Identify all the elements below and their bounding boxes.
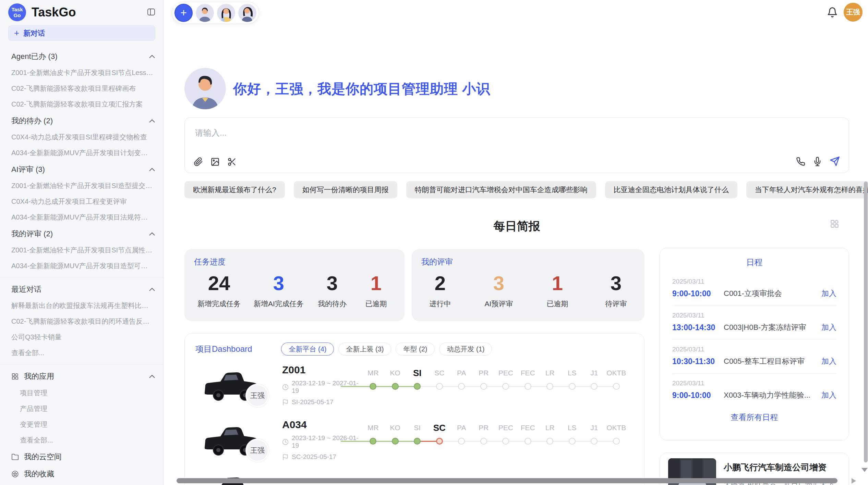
notifications-bell-icon[interactable] bbox=[827, 7, 838, 18]
milestone-dot bbox=[458, 383, 465, 390]
app-item-change-mgmt[interactable]: 变更管理 bbox=[20, 420, 158, 429]
conversation-item[interactable]: C0X4-动力总成开发项目SI里程碑提交物检查 bbox=[11, 133, 158, 142]
milestone-dot bbox=[502, 383, 509, 390]
join-link[interactable]: 加入 bbox=[821, 356, 836, 366]
project-row-z001[interactable]: 王强 Z001 2023-12-19 ~ 2027-01-19 SI-2025-… bbox=[203, 358, 636, 412]
conversation-item[interactable]: Z001-全新燃油皮卡产品开发项目SI节点Lesson Learn报告 bbox=[11, 68, 158, 77]
app-item-product-mgmt[interactable]: 产品管理 bbox=[20, 404, 158, 413]
stat-label: 待评审 bbox=[601, 299, 631, 309]
event-name: C005-整车工程目标评审 bbox=[724, 356, 821, 366]
section-agent-done[interactable]: Agent已办 (3) bbox=[11, 51, 158, 62]
project-code: A034 bbox=[282, 419, 359, 431]
user-avatar[interactable]: 王强 bbox=[844, 3, 863, 22]
project-code: Z001 bbox=[282, 364, 359, 376]
tab-powertrain[interactable]: 动总开发 (1) bbox=[439, 343, 492, 356]
section-recent-chats[interactable]: 最近对话 bbox=[11, 284, 158, 295]
microphone-icon[interactable] bbox=[813, 157, 822, 166]
sidebar: Task Go TaskGo + 新对话 Agent已办 (3) Z001-全新… bbox=[0, 0, 164, 485]
conversation-item[interactable]: C0X4-动力总成开发项目工程变更评审 bbox=[11, 197, 158, 206]
briefing-layout-icon[interactable] bbox=[830, 219, 839, 228]
message-input[interactable] bbox=[195, 127, 839, 139]
project-row-a034[interactable]: 王强 A034 2023-12-19 ~ 2026-01-19 SC-2025-… bbox=[203, 412, 636, 467]
horizontal-scrollbar[interactable] bbox=[177, 478, 837, 483]
conversation-item[interactable]: C02-飞腾新能源轻客改款项目立项汇报方案 bbox=[11, 100, 158, 109]
chevron-up-icon bbox=[149, 55, 155, 58]
scroll-down-arrow-icon[interactable] bbox=[861, 468, 868, 472]
scissors-icon[interactable] bbox=[227, 157, 237, 166]
sidebar-item-cloud-space[interactable]: 我的云空间 bbox=[11, 452, 158, 462]
vertical-scrollbar[interactable] bbox=[864, 182, 868, 462]
image-icon[interactable] bbox=[210, 157, 220, 166]
conversation-item[interactable]: A034-全新新能源MUV产品开发项目计划变更表编写 bbox=[11, 148, 158, 158]
view-all-apps-link[interactable]: 查看全部... bbox=[20, 436, 158, 445]
suggestion-chip[interactable]: 欧洲新规最近颁布了什么? bbox=[184, 181, 285, 198]
view-all-chats-link[interactable]: 查看全部... bbox=[11, 348, 158, 358]
chevron-up-icon bbox=[149, 288, 155, 291]
quick-contacts-bar: + bbox=[172, 2, 259, 24]
tab-model-year[interactable]: 年型 (2) bbox=[396, 343, 435, 356]
milestone-track: MR KO SI SC PA PR PEC FEC LR LS J1 OKTB bbox=[362, 419, 636, 460]
section-my-todo[interactable]: 我的待办 (2) bbox=[11, 116, 158, 126]
scroll-right-arrow-icon[interactable] bbox=[852, 478, 856, 484]
milestone-dot bbox=[525, 383, 531, 390]
section-title: AI评审 (3) bbox=[11, 164, 45, 175]
join-link[interactable]: 加入 bbox=[821, 288, 836, 299]
milestone-dot bbox=[613, 383, 620, 390]
chevron-up-icon bbox=[149, 375, 155, 378]
view-all-schedule-link[interactable]: 查看所有日程 bbox=[660, 412, 849, 423]
project-dashboard-card: 项目Dashboard 全新平台 (4) 全新上装 (3) 年型 (2) 动总开… bbox=[184, 333, 644, 485]
milestone-dot bbox=[591, 438, 598, 445]
section-title: 我的待办 (2) bbox=[11, 116, 53, 126]
suggestion-chip[interactable]: 如何写一份清晰的项目周报 bbox=[294, 181, 397, 198]
stat-value: 3 bbox=[317, 272, 348, 294]
conversation-item[interactable]: C02-飞腾新能源轻客改款项目里程碑画布 bbox=[11, 84, 158, 93]
divider bbox=[0, 364, 163, 364]
conversation-item[interactable]: 解释最新出台的欧盟报废车法规再生塑料比例被调至15%... bbox=[11, 301, 158, 310]
project-dates: 2023-12-19 ~ 2026-01-19 bbox=[292, 434, 359, 449]
conversation-item[interactable]: A034-全新新能源MUV产品开发项目法规符合性评审 bbox=[11, 213, 158, 222]
contact-avatar[interactable] bbox=[196, 4, 214, 22]
add-contact-button[interactable]: + bbox=[174, 4, 193, 22]
assistant-avatar bbox=[184, 68, 226, 109]
contact-avatar[interactable] bbox=[217, 4, 235, 22]
suggestion-chip[interactable]: 特朗普可能对进口汽车增税会对中国车企造成哪些影响 bbox=[406, 181, 596, 198]
sidebar-collapse-icon[interactable] bbox=[147, 8, 156, 16]
stat-ai-prereview: 3 AI预评审 bbox=[483, 272, 514, 309]
new-chat-label: 新对话 bbox=[23, 28, 45, 38]
stat-value: 3 bbox=[254, 272, 304, 294]
event-name: C001-立项审批会 bbox=[724, 288, 821, 299]
suggestion-chip[interactable]: 比亚迪全固态电池计划具体说了什么 bbox=[605, 181, 737, 198]
stat-overdue: 1 已逾期 bbox=[361, 272, 391, 309]
conversation-item[interactable]: 公司Q3轻卡销量 bbox=[11, 333, 158, 342]
stat-value: 2 bbox=[425, 272, 456, 294]
stat-label: 已逾期 bbox=[542, 299, 573, 309]
star-badge-icon bbox=[11, 470, 19, 478]
join-link[interactable]: 加入 bbox=[821, 390, 836, 400]
tab-new-platform[interactable]: 全新平台 (4) bbox=[281, 343, 334, 356]
section-my-review[interactable]: 我的评审 (2) bbox=[11, 229, 158, 239]
send-icon[interactable] bbox=[830, 156, 840, 166]
schedule-event: 2025/03/11 9:00-10:00 X003-车辆动力学性能验... 加… bbox=[672, 374, 836, 407]
milestone-dot bbox=[502, 438, 509, 445]
tab-new-body[interactable]: 全新上装 (3) bbox=[338, 343, 391, 356]
schedule-event: 2025/03/11 13:00-14:30 C003|H0B-方案冻结评审 加… bbox=[672, 306, 836, 340]
attachment-icon[interactable] bbox=[194, 157, 203, 166]
schedule-list: 2025/03/11 9:00-10:00 C001-立项审批会 加入 2025… bbox=[672, 272, 836, 407]
project-dates: 2023-12-19 ~ 2027-01-19 bbox=[292, 380, 359, 395]
join-link[interactable]: 加入 bbox=[821, 322, 836, 333]
logo-line2: Go bbox=[14, 12, 21, 18]
new-chat-button[interactable]: + 新对话 bbox=[8, 25, 155, 41]
sidebar-item-favorites[interactable]: 我的收藏 bbox=[11, 469, 158, 479]
suggestion-chip[interactable]: 当下年轻人对汽车外观有怎样的喜好趋势 bbox=[746, 181, 868, 198]
section-ai-review[interactable]: AI评审 (3) bbox=[11, 164, 158, 175]
conversation-item[interactable]: Z001-全新燃油轻卡产品开发项目SI节点属性5D文件评审 bbox=[11, 246, 158, 255]
contact-avatar[interactable] bbox=[238, 4, 256, 22]
conversation-item[interactable]: Z001-全新燃油轻卡产品开发项目SI造型提交物评审 bbox=[11, 181, 158, 190]
composer-tools-right bbox=[796, 156, 840, 166]
plus-icon: + bbox=[14, 29, 19, 37]
sidebar-item-my-apps[interactable]: 我的应用 bbox=[11, 371, 158, 382]
phone-icon[interactable] bbox=[796, 157, 805, 166]
conversation-item[interactable]: A034-全新新能源MUV产品开发项目造型可行性评审 bbox=[11, 261, 158, 271]
app-item-project-mgmt[interactable]: 项目管理 bbox=[20, 388, 158, 398]
conversation-item[interactable]: C02-飞腾新能源轻客改款项目的闭环通告反馈情况 bbox=[11, 317, 158, 326]
